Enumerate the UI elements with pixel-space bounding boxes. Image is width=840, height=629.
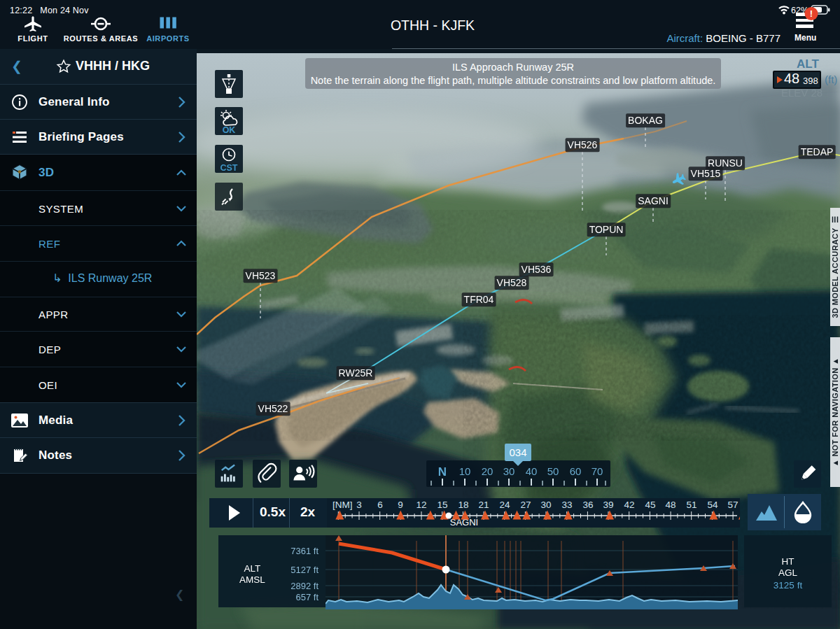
svg-text:60: 60: [570, 465, 582, 477]
svg-text:42: 42: [624, 500, 634, 510]
svg-text:36: 36: [582, 500, 593, 510]
svg-text:54: 54: [707, 500, 718, 510]
svg-text:27: 27: [520, 500, 531, 510]
svg-text:[NM]: [NM]: [332, 500, 353, 510]
svg-text:51: 51: [686, 500, 696, 510]
svg-text:9: 9: [398, 500, 403, 510]
svg-text:OK: OK: [223, 125, 236, 135]
svg-text:!: !: [810, 8, 813, 19]
svg-text:33: 33: [561, 500, 572, 510]
svg-text:57: 57: [727, 500, 738, 510]
svg-text:3: 3: [356, 500, 362, 510]
svg-text:45: 45: [645, 500, 655, 510]
svg-text:50: 50: [547, 465, 559, 477]
svg-text:70: 70: [592, 465, 603, 477]
svg-text:30: 30: [540, 500, 551, 510]
svg-text:24: 24: [499, 500, 510, 510]
svg-text:N: N: [438, 465, 447, 479]
svg-text:48: 48: [665, 500, 676, 510]
svg-text:40: 40: [526, 465, 538, 477]
svg-text:CST: CST: [220, 163, 238, 173]
svg-text:12: 12: [416, 500, 426, 510]
svg-text:18: 18: [458, 500, 468, 510]
svg-text:15: 15: [437, 500, 447, 510]
svg-text:10: 10: [459, 465, 471, 477]
svg-text:20: 20: [482, 465, 493, 477]
svg-text:39: 39: [603, 500, 613, 510]
svg-text:21: 21: [478, 500, 489, 510]
svg-text:6: 6: [377, 500, 383, 510]
